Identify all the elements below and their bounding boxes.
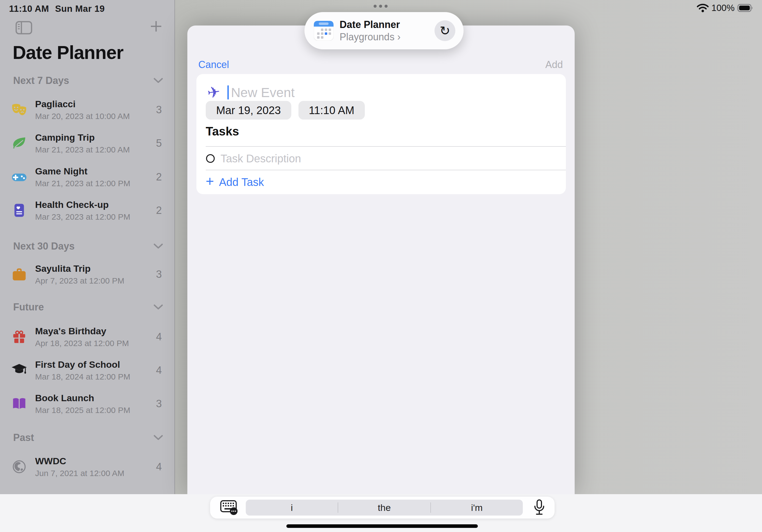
- event-datetime: Mar 20, 2023 at 10:00 AM: [35, 112, 130, 121]
- text-cursor: [227, 85, 229, 100]
- game-controller-icon: [10, 168, 28, 186]
- event-title: First Day of School: [35, 359, 130, 370]
- date-planner-app-icon: [314, 21, 334, 40]
- event-form-card: ✈ New Event Mar 19, 2023 11:10 AM Tasks …: [196, 74, 566, 194]
- task-description-input[interactable]: Task Description: [221, 152, 301, 165]
- event-datetime: Apr 18, 2023 at 12:00 PM: [35, 339, 129, 348]
- event-datetime: Mar 21, 2023 at 12:00 AM: [35, 145, 130, 154]
- dictation-suggestions: i the i'm: [246, 499, 523, 515]
- task-count-badge: 2: [156, 204, 165, 216]
- sidebar-item-wwdc[interactable]: WWDC Jun 7, 2021 at 12:00 AM 4: [10, 450, 165, 483]
- date-picker-button[interactable]: Mar 19, 2023: [206, 101, 291, 119]
- section-header-future[interactable]: Future: [13, 301, 163, 313]
- chevron-down-icon[interactable]: [154, 244, 163, 249]
- heart-text-square-icon: [10, 201, 28, 219]
- event-title: Camping Trip: [35, 132, 130, 143]
- suggestion-1[interactable]: i: [246, 502, 338, 513]
- globe-icon: [10, 458, 28, 476]
- time-picker-button[interactable]: 11:10 AM: [298, 101, 365, 119]
- sidebar-item-book-launch[interactable]: Book Launch Mar 18, 2025 at 12:00 PM 3: [10, 387, 165, 420]
- task-count-badge: 2: [156, 171, 165, 183]
- book-icon: [10, 395, 28, 413]
- tasks-heading: Tasks: [206, 124, 239, 138]
- pill-source-link[interactable]: Playgrounds ›: [340, 31, 401, 42]
- sidebar-toggle-icon[interactable]: [15, 21, 33, 36]
- briefcase-icon: [10, 266, 28, 283]
- task-count-badge: 4: [156, 461, 165, 473]
- task-count-badge: 5: [156, 137, 165, 149]
- task-count-badge: 3: [156, 398, 165, 410]
- pill-app-name: Date Planner: [340, 19, 401, 30]
- add-button[interactable]: Add: [545, 59, 563, 70]
- keyboard-settings-icon[interactable]: [220, 500, 238, 515]
- sidebar-item-camping-trip[interactable]: Camping Trip Mar 21, 2023 at 12:00 AM 5: [10, 127, 165, 160]
- sidebar-title: Date Planner: [13, 42, 123, 63]
- event-datetime: Mar 23, 2023 at 12:00 PM: [35, 212, 130, 222]
- restart-button[interactable]: ↻: [434, 20, 455, 41]
- sidebar-item-sayulita-trip[interactable]: Sayulita Trip Apr 7, 2023 at 12:00 PM 3: [10, 258, 165, 291]
- sidebar-item-mayas-birthday[interactable]: Maya's Birthday Apr 18, 2023 at 12:00 PM…: [10, 320, 165, 353]
- add-event-button[interactable]: [150, 20, 162, 34]
- divider: [206, 146, 566, 147]
- suggestion-2[interactable]: the: [338, 502, 430, 513]
- event-title: Pagliacci: [35, 99, 130, 110]
- status-date: Sun Mar 19: [55, 4, 105, 14]
- event-datetime: Apr 7, 2023 at 12:00 PM: [35, 276, 124, 285]
- event-datetime: Mar 18, 2025 at 12:00 PM: [35, 406, 130, 415]
- chevron-down-icon[interactable]: [154, 304, 163, 310]
- task-row: Task Description: [206, 152, 301, 165]
- event-title: Maya's Birthday: [35, 326, 129, 337]
- suggestion-3[interactable]: i'm: [431, 502, 523, 513]
- sidebar-item-game-night[interactable]: Game Night Mar 21, 2023 at 12:00 PM 2: [10, 160, 165, 193]
- app-switcher-pill[interactable]: Date Planner Playgrounds › ↻: [304, 12, 464, 49]
- chevron-right-icon: ›: [397, 31, 401, 42]
- sidebar-item-first-day-of-school[interactable]: First Day of School Mar 18, 2024 at 12:0…: [10, 354, 165, 387]
- graduation-cap-icon: [10, 361, 28, 379]
- wifi-icon: [697, 3, 709, 13]
- divider: [206, 170, 566, 170]
- battery-icon: [737, 4, 754, 12]
- home-indicator[interactable]: [286, 524, 478, 528]
- event-title: WWDC: [35, 456, 124, 467]
- microphone-icon[interactable]: [533, 499, 545, 516]
- cancel-button[interactable]: Cancel: [198, 59, 229, 70]
- section-header-next-30-days[interactable]: Next 30 Days: [13, 240, 163, 252]
- gift-icon: [10, 328, 28, 345]
- task-count-badge: 4: [156, 331, 165, 343]
- section-header-next-7-days[interactable]: Next 7 Days: [13, 75, 163, 87]
- event-datetime: Jun 7, 2021 at 12:00 AM: [35, 469, 124, 478]
- task-count-badge: 3: [156, 104, 165, 116]
- sidebar-item-health-check-up[interactable]: Health Check-up Mar 23, 2023 at 12:00 PM…: [10, 194, 165, 227]
- sidebar-item-pagliacci[interactable]: Pagliacci Mar 20, 2023 at 10:00 AM 3: [10, 93, 165, 126]
- keyboard-accessory-bar: i the i'm: [210, 496, 555, 519]
- event-title: Health Check-up: [35, 199, 130, 210]
- battery-percent: 100%: [712, 3, 734, 13]
- leaf-icon: [10, 134, 28, 152]
- refresh-icon: ↻: [440, 23, 450, 38]
- status-time: 11:10 AM: [9, 4, 49, 14]
- event-title: Book Launch: [35, 393, 130, 403]
- new-event-modal: Cancel Add ✈ New Event Mar 19, 2023 11:1…: [187, 26, 575, 494]
- screen: Date Planner Next 7 Days Pagliacci Mar 2…: [0, 0, 762, 532]
- event-datetime: Mar 18, 2024 at 12:00 PM: [35, 372, 130, 381]
- plus-icon: +: [206, 174, 214, 189]
- event-title-input[interactable]: New Event: [231, 85, 295, 100]
- add-task-button[interactable]: + Add Task: [206, 175, 264, 190]
- event-title: Sayulita Trip: [35, 263, 124, 274]
- sidebar: Date Planner Next 7 Days Pagliacci Mar 2…: [0, 0, 175, 494]
- chevron-down-icon[interactable]: [154, 435, 163, 440]
- multitasking-handle-icon[interactable]: [374, 5, 388, 8]
- event-datetime: Mar 21, 2023 at 12:00 PM: [35, 179, 130, 188]
- task-count-badge: 4: [156, 364, 165, 376]
- theater-masks-icon: [10, 101, 28, 118]
- task-checkbox-circle[interactable]: [206, 154, 215, 163]
- section-header-past[interactable]: Past: [13, 432, 163, 444]
- chevron-down-icon[interactable]: [154, 78, 163, 83]
- event-title: Game Night: [35, 166, 130, 177]
- event-title-row: ✈ New Event: [207, 84, 295, 101]
- task-count-badge: 3: [156, 268, 165, 280]
- airplane-icon[interactable]: ✈: [206, 84, 221, 101]
